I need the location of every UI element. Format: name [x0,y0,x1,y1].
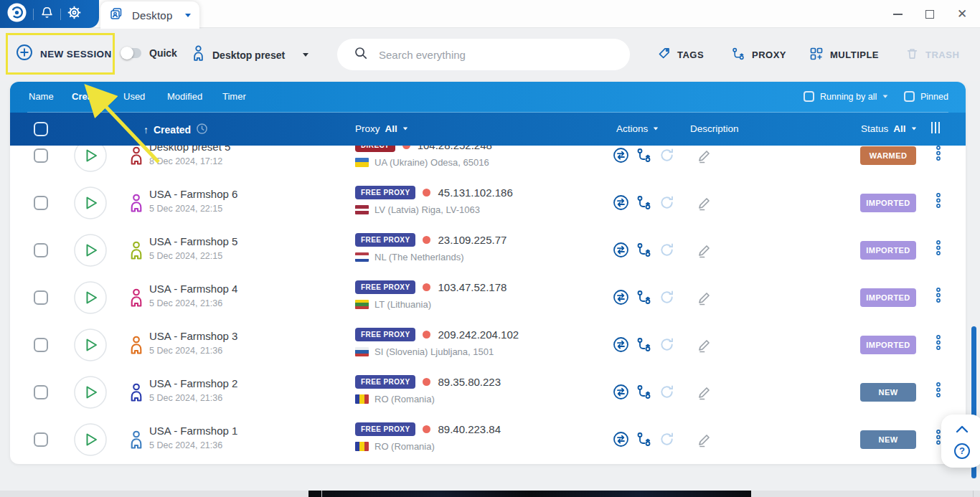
proxy-label: PROXY [752,49,786,60]
quick-toggle[interactable] [122,48,141,58]
refresh-icon[interactable] [659,242,675,261]
session-rows: Desktop preset 5 8 Dec 2024, 17:12 DIREC… [10,146,966,463]
table-body: Desktop preset 5 8 Dec 2024, 17:12 DIREC… [10,146,966,464]
row-menu-icon[interactable] [935,240,942,260]
proxy-location-line: UA (Ukraine) Odesa, 65016 [355,157,489,168]
change-proxy-icon[interactable] [636,431,652,450]
refresh-icon[interactable] [659,147,675,166]
edit-description-icon[interactable] [697,384,712,403]
brand-bar [0,0,99,28]
sort-tab-used[interactable]: Used [123,91,145,102]
play-session-button[interactable] [74,281,107,314]
column-actions[interactable]: Actions [616,123,659,134]
select-all-checkbox[interactable] [34,122,48,136]
row-menu-icon[interactable] [935,192,942,212]
app-logo[interactable] [7,3,27,25]
edit-description-icon[interactable] [697,148,712,166]
refresh-icon[interactable] [659,289,675,308]
edit-description-icon[interactable] [697,242,712,261]
edit-description-icon[interactable] [697,290,712,308]
sort-tab-created[interactable]: Created [72,91,106,102]
transfer-session-icon[interactable] [613,147,629,166]
help-button[interactable]: ? [954,443,970,459]
proxy-location: NL (The Netherlands) [374,252,464,262]
trash-button[interactable]: TRASH [905,47,959,62]
refresh-icon[interactable] [659,384,675,403]
edit-description-icon[interactable] [697,195,712,214]
column-proxy-label: Proxy [355,123,380,134]
proxy-location-line: SI (Slovenia) Ljubljana, 1501 [355,346,494,357]
column-proxy[interactable]: Proxy All [355,123,408,134]
row-checkbox[interactable] [34,385,48,399]
pinned-checkbox[interactable] [904,91,915,102]
search-input[interactable] [379,49,594,61]
scroll-to-top-button[interactable] [954,424,970,437]
filter-pinned[interactable]: Pinned [904,91,948,102]
play-session-button[interactable] [74,146,107,172]
multiple-button[interactable]: MULTIPLE [809,47,879,63]
close-button[interactable]: ✕ [951,4,973,25]
transfer-session-icon[interactable] [613,289,629,308]
play-session-button[interactable] [74,423,107,456]
row-menu-icon[interactable] [935,334,942,354]
play-session-button[interactable] [74,328,107,361]
row-checkbox[interactable] [34,148,48,163]
row-menu-icon[interactable] [935,146,942,165]
transfer-session-icon[interactable] [613,336,629,356]
change-proxy-icon[interactable] [636,289,652,308]
sort-tab-name[interactable]: Name [29,91,54,102]
tab-dropdown-caret-icon[interactable] [185,14,191,17]
row-menu-icon[interactable] [935,287,942,307]
session-name[interactable]: Desktop preset 5 [149,146,230,153]
transfer-session-icon[interactable] [613,384,629,403]
session-name[interactable]: USA - Farmshop 1 [149,425,237,437]
proxy-ip: 89.35.80.223 [438,376,501,388]
change-proxy-icon[interactable] [636,147,652,166]
change-proxy-icon[interactable] [636,242,652,261]
refresh-icon[interactable] [659,194,675,214]
tags-button[interactable]: TAGS [657,47,704,62]
sort-tab-timer[interactable]: Timer [222,91,246,102]
edit-description-icon[interactable] [697,432,712,450]
row-checkbox[interactable] [34,432,48,447]
play-session-button[interactable] [74,234,107,267]
new-session-button[interactable]: NEW SESSION [16,44,112,64]
row-actions [613,194,675,214]
filter-running-by-all[interactable]: Running by all [804,91,888,102]
transfer-session-icon[interactable] [613,194,629,214]
edit-description-icon[interactable] [697,337,712,356]
play-session-button[interactable] [74,376,107,409]
session-name[interactable]: USA - Farmshop 6 [149,188,237,200]
search-bar[interactable] [337,39,630,70]
toolbar: NEW SESSION Quick Desktop preset TAGS [0,29,980,81]
tab-desktop[interactable]: Desktop [100,1,199,29]
row-checkbox[interactable] [34,338,48,352]
column-status[interactable]: Status All [861,123,917,134]
column-created[interactable]: ↑ Created [143,123,208,137]
row-checkbox[interactable] [34,290,48,305]
row-checkbox[interactable] [34,196,48,210]
columns-settings-icon[interactable] [931,122,940,133]
row-menu-icon[interactable] [935,382,942,402]
refresh-icon[interactable] [659,336,675,356]
notifications-bell-icon[interactable] [40,6,54,22]
transfer-session-icon[interactable] [613,242,629,261]
minimize-button[interactable] [887,4,908,25]
play-session-button[interactable] [74,186,107,219]
maximize-button[interactable] [919,4,941,25]
session-name[interactable]: USA - Farmshop 5 [149,235,237,247]
change-proxy-icon[interactable] [636,384,652,403]
change-proxy-icon[interactable] [636,194,652,214]
running-checkbox[interactable] [804,91,814,102]
row-checkbox[interactable] [34,243,48,257]
session-name[interactable]: USA - Farmshop 3 [149,330,237,342]
session-name[interactable]: USA - Farmshop 4 [149,283,237,295]
settings-gear-icon[interactable] [67,6,81,22]
refresh-icon[interactable] [659,431,675,450]
proxy-button[interactable]: PROXY [731,47,786,63]
sort-tab-modified[interactable]: Modified [167,91,202,102]
preset-dropdown[interactable]: Desktop preset [192,45,308,65]
change-proxy-icon[interactable] [636,336,652,356]
session-name[interactable]: USA - Farmshop 2 [149,377,237,389]
transfer-session-icon[interactable] [613,431,629,450]
